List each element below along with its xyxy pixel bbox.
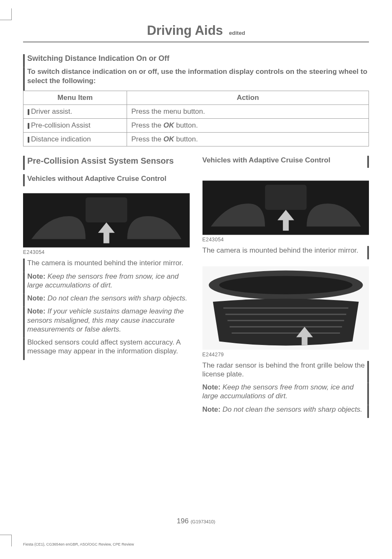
- revision-tick: [28, 137, 29, 143]
- revision-bar: [23, 307, 25, 338]
- svg-rect-1: [86, 198, 127, 223]
- table-row: Driver assist. Press the menu button.: [23, 105, 369, 119]
- cell-menu: Distance indication: [31, 135, 91, 143]
- left-column: Pre-Collision Assist System Sensors Vehi…: [23, 156, 190, 418]
- svg-rect-2: [104, 232, 109, 243]
- page-title-tag: edited: [229, 30, 245, 36]
- cell-action: Press the OK button.: [127, 133, 369, 146]
- figure-interior-camera: [23, 193, 190, 248]
- revision-bar: [367, 383, 369, 405]
- revision-tick: [28, 109, 29, 115]
- heading-sensors: Pre-Collision Assist System Sensors: [27, 156, 174, 166]
- footer-meta: Fiesta (CE1), CG3654en enGBR, ASO/OGC Re…: [23, 542, 134, 546]
- front-grille-svg: [202, 266, 369, 350]
- svg-point-8: [219, 276, 352, 294]
- heading-without-acc: Vehicles without Adaptive Cruise Control: [27, 174, 166, 183]
- note-sharp-2: Note: Do not clean the sensors with shar…: [202, 405, 365, 414]
- svg-rect-14: [301, 336, 307, 345]
- intro-text: To switch distance indication on or off,…: [27, 67, 369, 86]
- para-blocked: Blocked sensors could affect system accu…: [27, 338, 190, 356]
- para-radar: The radar sensor is behind the front gri…: [202, 361, 365, 379]
- revision-bar: [367, 246, 369, 259]
- para-camera-mount-2: The camera is mounted behind the interio…: [202, 246, 365, 255]
- revision-bar: [23, 259, 25, 272]
- revision-bar: [23, 174, 25, 186]
- revision-bar: [367, 405, 369, 418]
- heading-switching: Switching Distance Indication On or Off: [27, 54, 169, 63]
- revision-bar: [23, 272, 25, 294]
- cell-action: Press the OK button.: [127, 119, 369, 133]
- table-header-row: Menu Item Action: [23, 91, 369, 105]
- cell-menu: Pre-collision Assist: [31, 121, 91, 129]
- note-snow-2: Note: Keep the sensors free from snow, i…: [202, 383, 365, 401]
- revision-bar: [367, 156, 369, 168]
- svg-rect-5: [283, 219, 288, 231]
- figure-caption: E244279: [202, 352, 369, 358]
- crop-mark-tl: [0, 8, 12, 20]
- table-row: Pre-collision Assist Press the OK button…: [23, 119, 369, 133]
- note-damage: Note: If your vehicle sustains damage le…: [27, 307, 190, 334]
- revision-tick: [28, 123, 29, 129]
- revision-bar: [23, 338, 25, 360]
- interior-camera-svg: [23, 193, 190, 248]
- page-header: Driving Aids edited: [23, 23, 369, 42]
- page-title: Driving Aids: [147, 23, 223, 38]
- para-camera-mount: The camera is mounted behind the interio…: [27, 259, 183, 267]
- table-row: Distance indication Press the OK button.: [23, 133, 369, 146]
- cell-menu: Driver assist.: [31, 107, 72, 115]
- page-number: 196 (G1973410): [0, 517, 392, 525]
- revision-bar: [23, 54, 25, 67]
- revision-bar: [23, 67, 25, 91]
- figure-interior-camera-2: [202, 180, 369, 235]
- th-action: Action: [127, 91, 369, 105]
- revision-bar: [367, 361, 369, 383]
- figure-caption: E243054: [202, 237, 369, 243]
- svg-rect-4: [265, 185, 306, 210]
- crop-mark-bl: [0, 535, 12, 546]
- note-snow: Note: Keep the sensors free from snow, i…: [27, 272, 190, 290]
- figure-caption: E243054: [23, 249, 190, 255]
- revision-bar: [23, 294, 25, 307]
- right-column: Vehicles with Adaptive Cruise Control E2…: [202, 156, 369, 418]
- interior-camera-svg: [202, 180, 369, 235]
- figure-front-grille: [202, 266, 369, 350]
- cell-action: Press the menu button.: [127, 105, 369, 119]
- revision-bar: [23, 156, 25, 170]
- menu-action-table: Menu Item Action Driver assist. Press th…: [23, 91, 369, 146]
- note-sharp: Note: Do not clean the sensors with shar…: [27, 294, 187, 303]
- th-menu: Menu Item: [23, 91, 127, 105]
- heading-with-acc: Vehicles with Adaptive Cruise Control: [202, 156, 365, 165]
